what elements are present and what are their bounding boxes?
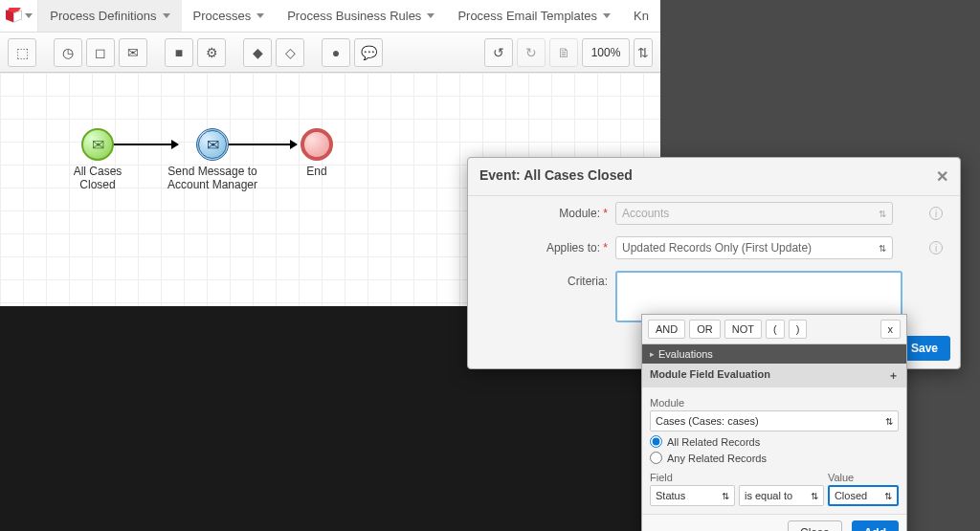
menu-processes[interactable]: Processes (182, 0, 277, 32)
menu-process-business-rules[interactable]: Process Business Rules (276, 0, 446, 32)
tool-stop-icon[interactable]: ■ (165, 38, 193, 67)
tool-clock-icon[interactable]: ◷ (54, 38, 82, 67)
node-label: End (293, 165, 341, 178)
op-not-button[interactable]: NOT (724, 320, 762, 339)
select-value: Accounts (622, 207, 669, 220)
evaluations-header[interactable]: Evaluations (642, 344, 906, 364)
clear-button[interactable]: x (880, 320, 902, 339)
tool-annotation-icon[interactable]: 💬 (354, 38, 383, 67)
caret-down-icon (603, 13, 611, 18)
export-button[interactable]: 🗎 (549, 38, 578, 67)
menu-label: Process Definitions (50, 9, 156, 23)
menu-label: Processes (193, 9, 252, 23)
zoom-level: 100% (582, 38, 630, 67)
tool-gateway2-icon[interactable]: ◇ (276, 38, 304, 67)
eval-module-select[interactable]: Cases (Cases: cases)⇅ (650, 410, 899, 431)
tool-save-icon[interactable]: ⬚ (8, 38, 36, 67)
caret-down-icon (427, 13, 434, 18)
op-rparen-button[interactable]: ) (789, 320, 808, 339)
select-value: Updated Records Only (First Update) (622, 241, 812, 254)
node-intermediate-event[interactable]: ✉ Send Message to Account Manager (165, 128, 260, 191)
menu-process-email-templates[interactable]: Process Email Templates (446, 0, 622, 32)
op-or-button[interactable]: OR (689, 320, 721, 339)
undo-button[interactable]: ↺ (484, 38, 513, 67)
field-label: Module (650, 397, 899, 409)
node-label: All Cases Closed (59, 165, 136, 191)
applies-to-select[interactable]: Updated Records Only (First Update) ⇅ (615, 236, 893, 259)
zoom-stepper[interactable]: ⇅ (634, 38, 653, 67)
caret-down-icon (25, 13, 33, 18)
dialog-title: Event: All Cases Closed (479, 167, 633, 186)
node-start-event[interactable]: ✉ All Cases Closed (59, 128, 136, 191)
eval-operator-select[interactable]: is equal to⇅ (739, 485, 824, 506)
menu-label: Process Email Templates (457, 9, 597, 23)
app-logo-menu[interactable] (0, 0, 38, 32)
add-eval-icon[interactable]: ＋ (888, 368, 899, 383)
updown-icon: ⇅ (879, 209, 886, 219)
tool-end-icon[interactable]: ● (322, 38, 350, 67)
tool-inbox-icon[interactable]: ◻ (86, 38, 115, 67)
menu-label: Process Business Rules (287, 9, 421, 23)
message-event-icon: ✉ (196, 128, 229, 161)
field-label: Applies to: (546, 241, 600, 254)
close-icon[interactable]: ✕ (936, 167, 948, 186)
tool-gears-icon[interactable]: ⚙ (197, 38, 226, 67)
start-event-icon: ✉ (81, 128, 114, 161)
logo-icon (6, 8, 23, 25)
module-field-eval-header[interactable]: Module Field Evaluation ＋ (642, 364, 906, 387)
node-label: Send Message to Account Manager (165, 165, 260, 191)
node-end-event[interactable]: End (293, 128, 341, 178)
main-menu-bar: Process Definitions Processes Process Bu… (0, 0, 660, 33)
menu-process-definitions[interactable]: Process Definitions (38, 0, 181, 32)
menu-label: Kn (634, 9, 649, 23)
field-label: Field (650, 472, 735, 483)
add-button[interactable]: Add (852, 520, 899, 531)
field-label: Value (828, 472, 899, 483)
tool-mail-icon[interactable]: ✉ (119, 38, 147, 67)
eval-value-select[interactable]: Closed⇅ (828, 485, 899, 506)
radio-all-related[interactable]: All Related Records (650, 435, 899, 448)
criteria-builder-popover: AND OR NOT ( ) x Evaluations Module Fiel… (641, 314, 907, 531)
caret-down-icon (163, 13, 170, 18)
caret-down-icon (256, 13, 264, 18)
updown-icon: ⇅ (879, 243, 886, 254)
info-icon[interactable]: i (929, 241, 943, 254)
menu-truncated[interactable]: Kn (622, 0, 660, 32)
close-button[interactable]: Close (788, 520, 842, 531)
info-icon[interactable]: i (929, 207, 943, 220)
op-and-button[interactable]: AND (648, 320, 685, 339)
module-select[interactable]: Accounts ⇅ (615, 202, 893, 225)
op-lparen-button[interactable]: ( (766, 320, 785, 339)
redo-button[interactable]: ↻ (517, 38, 546, 67)
radio-any-related[interactable]: Any Related Records (650, 452, 899, 464)
designer-toolbar: ⬚ ◷ ◻ ✉ ■ ⚙ ◆ ◇ ● 💬 ↺ ↻ 🗎 100% ⇅ (0, 33, 660, 73)
field-label: Criteria: (481, 271, 615, 288)
end-event-icon (301, 128, 333, 161)
tool-gateway-icon[interactable]: ◆ (243, 38, 272, 67)
field-label: Module: (559, 207, 600, 220)
eval-field-select[interactable]: Status⇅ (650, 485, 735, 506)
